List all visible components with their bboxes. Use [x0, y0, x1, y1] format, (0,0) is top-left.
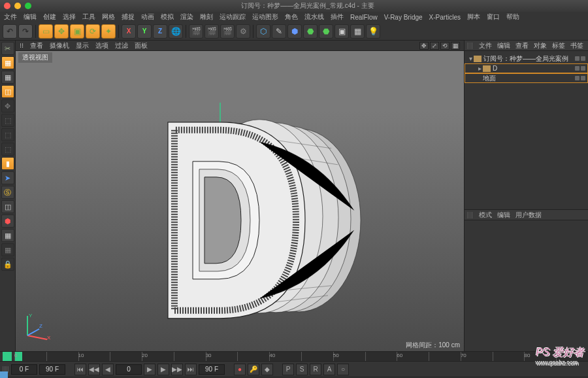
workplane-lock-button[interactable]: ◫ [1, 200, 14, 213]
menu-select[interactable]: 选择 [63, 12, 76, 22]
scale-button[interactable]: ▣ [70, 24, 84, 39]
light-button[interactable]: 💡 [366, 24, 380, 39]
goto-end-button[interactable]: ⏭ [185, 364, 197, 375]
vp-nav-pan-icon[interactable]: ✥ [419, 42, 429, 50]
menu-tracker[interactable]: 运动跟踪 [220, 12, 246, 22]
visibility-toggles[interactable] [575, 76, 585, 80]
y-axis-button[interactable]: Y [137, 24, 152, 39]
primitive-button[interactable]: ⬡ [256, 24, 270, 39]
menu-character[interactable]: 角色 [285, 12, 298, 22]
param-key-button[interactable]: A [323, 364, 335, 375]
obj-tab-objects[interactable]: 对象 [534, 41, 547, 50]
attr-tab-userdata[interactable]: 用户数据 [515, 211, 542, 220]
menu-help[interactable]: 帮助 [506, 12, 519, 22]
live-select-button[interactable]: ▭ [39, 24, 53, 39]
panel-handle-icon[interactable] [467, 43, 474, 49]
object-name[interactable]: 订阅号：种梦——全局光案例 [483, 54, 575, 63]
workplane-button[interactable]: ◫ [1, 85, 14, 98]
object-name[interactable]: 地面 [483, 74, 575, 83]
menu-vray[interactable]: V-Ray Bridge [384, 14, 423, 21]
panel-handle-icon[interactable] [467, 212, 474, 218]
scene-button[interactable]: ▦ [350, 24, 365, 39]
obj-tab-view[interactable]: 查看 [515, 41, 529, 50]
render-view-button[interactable]: 🎬 [189, 24, 203, 39]
misc-1-button[interactable]: ▦ [1, 243, 14, 256]
menu-file[interactable]: 文件 [4, 12, 17, 22]
polygons-mode-button[interactable]: ⬚ [1, 143, 14, 156]
vp-menu-filter[interactable]: 过滤 [115, 41, 128, 50]
menu-edit[interactable]: 编辑 [24, 12, 37, 22]
object-row-root[interactable]: ▾ 订阅号：种梦——全局光案例 [465, 54, 588, 63]
z-axis-button[interactable]: Z [153, 24, 167, 39]
misc-2-button[interactable]: 🔒 [1, 258, 14, 271]
menu-realflow[interactable]: RealFlow [350, 14, 378, 21]
visibility-toggles[interactable] [575, 56, 585, 61]
deformer-button[interactable]: ⬣ [303, 24, 318, 39]
menu-pipeline[interactable]: 流水线 [304, 12, 324, 22]
zoom-icon[interactable] [25, 3, 31, 9]
recent-tool-button[interactable]: ✦ [101, 24, 116, 39]
move-button[interactable]: ✥ [54, 24, 69, 39]
obj-tab-file[interactable]: 文件 [479, 41, 492, 50]
object-manager-list[interactable]: ▾ 订阅号：种梦——全局光案例 ▸ D 地面 [465, 51, 588, 107]
expand-icon[interactable]: ▾ [467, 55, 474, 62]
menu-tools[interactable]: 工具 [82, 12, 95, 22]
object-axis-button[interactable]: ✥ [1, 99, 14, 112]
vp-menu-view[interactable]: 查看 [30, 41, 43, 50]
generator-button[interactable]: ⬢ [287, 24, 302, 39]
next-frame-button[interactable]: ▶ [157, 364, 169, 375]
attr-tab-edit[interactable]: 编辑 [497, 211, 510, 220]
environment-button[interactable]: ⬣ [319, 24, 333, 39]
locked-workplane-button[interactable]: ⬢ [1, 215, 14, 228]
coord-system-button[interactable]: 🌐 [169, 24, 183, 39]
snap-button[interactable]: Ⓢ [1, 186, 14, 199]
record-button[interactable]: ● [234, 364, 246, 375]
goto-start-button[interactable]: ⏮ [74, 364, 86, 375]
menu-window[interactable]: 窗口 [487, 12, 500, 22]
object-name[interactable]: D [493, 65, 575, 72]
menu-simulate[interactable]: 模拟 [161, 12, 174, 22]
panel-handle-icon[interactable]: ⁞⁞ [20, 42, 24, 49]
redo-button[interactable]: ↷ [18, 24, 33, 39]
menu-mesh[interactable]: 网格 [102, 12, 115, 22]
vp-menu-display[interactable]: 显示 [76, 41, 89, 50]
keyframe-sel-button[interactable]: ◆ [261, 364, 273, 375]
close-icon[interactable] [4, 3, 10, 9]
menu-create[interactable]: 创建 [43, 12, 56, 22]
expand-icon[interactable]: ▸ [476, 65, 483, 72]
timeline-ruler[interactable]: 0102030405060708090 [0, 351, 588, 361]
rot-key-button[interactable]: R [310, 364, 321, 375]
current-frame-field[interactable]: 0 [116, 364, 142, 375]
visibility-toggles[interactable] [575, 66, 585, 71]
object-row-floor[interactable]: 地面 [465, 73, 588, 83]
make-editable-button[interactable]: ✂ [1, 42, 14, 55]
camera-button[interactable]: ▣ [335, 24, 349, 39]
frame-start-field[interactable]: 0 F [11, 364, 37, 375]
timeline-marker-icon[interactable] [3, 352, 12, 361]
planar-workplane-button[interactable]: ▦ [1, 229, 14, 242]
viewport-solo-button[interactable]: ➤ [1, 171, 14, 184]
texture-mode-button[interactable]: ▦ [1, 71, 14, 84]
prev-key-button[interactable]: ◀◀ [88, 364, 100, 375]
menu-animate[interactable]: 动画 [141, 12, 154, 22]
edges-mode-button[interactable]: ⬚ [1, 128, 14, 141]
prev-frame-button[interactable]: ◀ [102, 364, 114, 375]
menu-render[interactable]: 渲染 [180, 12, 193, 22]
pen-button[interactable]: ✎ [272, 24, 286, 39]
pla-key-button[interactable]: ○ [337, 364, 349, 375]
play-button[interactable]: ▶ [144, 364, 155, 375]
x-axis-button[interactable]: X [122, 24, 136, 39]
next-key-button[interactable]: ▶▶ [171, 364, 183, 375]
frame-end-field[interactable]: 90 F [39, 364, 65, 375]
undo-button[interactable]: ↶ [3, 24, 17, 39]
menu-plugins[interactable]: 插件 [331, 12, 344, 22]
frame-range-end-field[interactable]: 90 F [199, 364, 225, 375]
obj-tab-bookmarks[interactable]: 书签 [570, 41, 583, 50]
render-settings-button[interactable]: ⚙ [236, 24, 250, 39]
menu-mograph[interactable]: 运动图形 [252, 12, 278, 22]
obj-tab-edit[interactable]: 编辑 [497, 41, 510, 50]
timeline-track[interactable]: 0102030405060708090 [14, 352, 588, 361]
model-mode-button[interactable]: ▦ [1, 56, 14, 69]
menu-xparticles[interactable]: X-Particles [429, 14, 461, 21]
obj-tab-tags[interactable]: 标签 [552, 41, 565, 50]
